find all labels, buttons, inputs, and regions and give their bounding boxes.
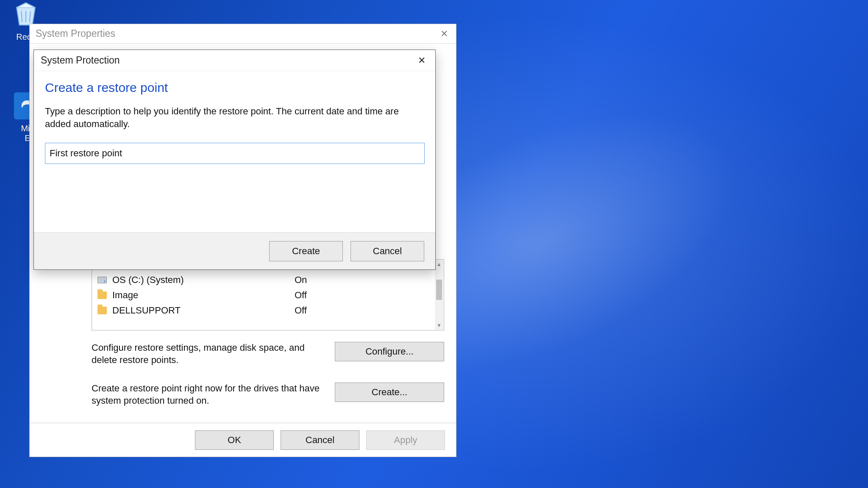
drive-status: On — [295, 274, 307, 286]
close-button[interactable]: ✕ — [432, 24, 456, 44]
folder-icon — [96, 291, 108, 299]
apply-button: Apply — [366, 430, 445, 450]
drive-status: Off — [295, 305, 307, 316]
create-button[interactable]: Create... — [335, 383, 444, 402]
drive-icon — [96, 277, 108, 283]
cancel-button[interactable]: Cancel — [351, 241, 424, 261]
close-button[interactable]: ✕ — [408, 50, 435, 71]
window-title: System Properties — [30, 28, 115, 39]
drive-name: OS (C:) (System) — [112, 274, 295, 286]
ok-button[interactable]: OK — [195, 430, 274, 450]
drive-name: Image — [112, 290, 295, 301]
dialog-heading: Create a restore point — [45, 80, 424, 95]
drive-list[interactable]: OS (C:) (System) On Image Off DELLSUPPOR… — [92, 259, 444, 330]
drive-name: DELLSUPPORT — [112, 305, 295, 316]
dialog-system-protection: System Protection ✕ Create a restore poi… — [33, 50, 436, 270]
restore-point-description-input[interactable] — [45, 143, 425, 164]
drive-row[interactable]: OS (C:) (System) On — [92, 272, 444, 288]
dialog-description: Type a description to help you identify … — [45, 105, 424, 130]
drive-row[interactable]: Image Off — [92, 288, 444, 303]
cancel-button[interactable]: Cancel — [281, 430, 359, 450]
dialog-button-strip: OK Cancel Apply — [30, 423, 456, 457]
close-icon: ✕ — [440, 28, 448, 39]
folder-icon — [96, 307, 108, 314]
close-icon: ✕ — [418, 55, 426, 66]
create-description: Create a restore point right now for the… — [92, 383, 329, 407]
configure-description: Configure restore settings, manage disk … — [92, 342, 329, 366]
scroll-up-icon[interactable]: ▲ — [435, 260, 443, 269]
scroll-down-icon[interactable]: ▼ — [435, 321, 443, 330]
create-button[interactable]: Create — [269, 241, 343, 261]
drive-status: Off — [295, 290, 307, 301]
titlebar[interactable]: System Protection ✕ — [34, 50, 435, 71]
titlebar[interactable]: System Properties ✕ — [30, 24, 456, 44]
configure-button[interactable]: Configure... — [335, 342, 444, 361]
drive-row[interactable]: DELLSUPPORT Off — [92, 303, 444, 318]
dialog-button-strip: Create Cancel — [34, 232, 435, 269]
scroll-thumb[interactable] — [436, 280, 442, 300]
dialog-title: System Protection — [41, 55, 120, 66]
drive-list-scrollbar[interactable]: ▲ ▼ — [435, 260, 443, 330]
